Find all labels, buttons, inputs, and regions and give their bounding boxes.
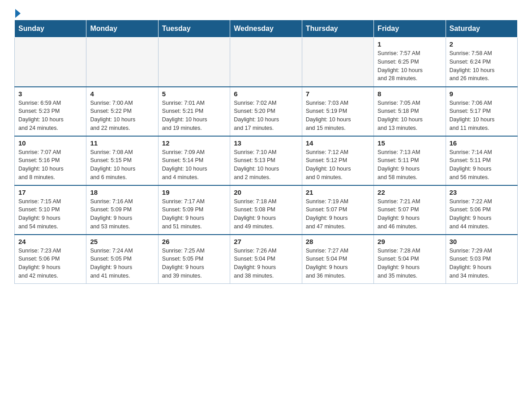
day-info: Sunrise: 7:22 AM Sunset: 5:06 PM Dayligh… xyxy=(450,197,514,231)
calendar-cell: 7Sunrise: 7:03 AM Sunset: 5:19 PM Daylig… xyxy=(302,87,373,136)
day-number: 22 xyxy=(378,188,442,196)
day-number: 8 xyxy=(378,90,442,98)
day-number: 1 xyxy=(378,40,442,48)
calendar-cell: 15Sunrise: 7:13 AM Sunset: 5:11 PM Dayli… xyxy=(374,136,446,185)
calendar-week-5: 24Sunrise: 7:23 AM Sunset: 5:06 PM Dayli… xyxy=(15,235,518,284)
calendar-cell: 13Sunrise: 7:10 AM Sunset: 5:13 PM Dayli… xyxy=(230,136,302,185)
day-number: 2 xyxy=(450,40,514,48)
day-info: Sunrise: 7:10 AM Sunset: 5:13 PM Dayligh… xyxy=(234,148,298,182)
calendar-cell: 12Sunrise: 7:09 AM Sunset: 5:14 PM Dayli… xyxy=(158,136,230,185)
day-number: 4 xyxy=(90,90,154,98)
day-info: Sunrise: 7:57 AM Sunset: 6:25 PM Dayligh… xyxy=(378,49,442,83)
calendar-cell xyxy=(230,38,302,87)
day-number: 27 xyxy=(234,238,298,245)
day-info: Sunrise: 7:25 AM Sunset: 5:05 PM Dayligh… xyxy=(162,247,226,280)
weekday-header-saturday: Saturday xyxy=(446,20,517,38)
calendar-week-3: 10Sunrise: 7:07 AM Sunset: 5:16 PM Dayli… xyxy=(15,136,518,185)
calendar-cell: 19Sunrise: 7:17 AM Sunset: 5:09 PM Dayli… xyxy=(158,185,230,235)
calendar-cell: 9Sunrise: 7:06 AM Sunset: 5:17 PM Daylig… xyxy=(446,87,517,136)
day-number: 3 xyxy=(18,90,82,98)
day-number: 14 xyxy=(306,139,370,147)
day-info: Sunrise: 7:06 AM Sunset: 5:17 PM Dayligh… xyxy=(450,99,514,133)
calendar-cell: 22Sunrise: 7:21 AM Sunset: 5:07 PM Dayli… xyxy=(374,185,446,235)
day-info: Sunrise: 7:21 AM Sunset: 5:07 PM Dayligh… xyxy=(378,197,442,231)
day-info: Sunrise: 7:16 AM Sunset: 5:09 PM Dayligh… xyxy=(90,197,154,231)
day-number: 6 xyxy=(234,90,298,98)
calendar-cell: 8Sunrise: 7:05 AM Sunset: 5:18 PM Daylig… xyxy=(374,87,446,136)
day-info: Sunrise: 7:02 AM Sunset: 5:20 PM Dayligh… xyxy=(234,99,298,133)
calendar-cell: 1Sunrise: 7:57 AM Sunset: 6:25 PM Daylig… xyxy=(374,38,446,87)
day-info: Sunrise: 7:09 AM Sunset: 5:14 PM Dayligh… xyxy=(162,148,226,182)
day-number: 15 xyxy=(378,139,442,147)
day-info: Sunrise: 7:24 AM Sunset: 5:05 PM Dayligh… xyxy=(90,247,154,280)
day-number: 20 xyxy=(234,188,298,196)
day-info: Sunrise: 7:23 AM Sunset: 5:06 PM Dayligh… xyxy=(18,247,82,280)
day-number: 12 xyxy=(162,139,226,147)
day-info: Sunrise: 7:29 AM Sunset: 5:03 PM Dayligh… xyxy=(450,247,514,280)
day-info: Sunrise: 7:26 AM Sunset: 5:04 PM Dayligh… xyxy=(234,247,298,280)
calendar-cell: 16Sunrise: 7:14 AM Sunset: 5:11 PM Dayli… xyxy=(446,136,517,185)
day-number: 28 xyxy=(306,238,370,245)
calendar-week-4: 17Sunrise: 7:15 AM Sunset: 5:10 PM Dayli… xyxy=(15,185,518,235)
weekday-header-sunday: Sunday xyxy=(15,20,86,38)
calendar-cell: 11Sunrise: 7:08 AM Sunset: 5:15 PM Dayli… xyxy=(86,136,158,185)
calendar-cell: 29Sunrise: 7:28 AM Sunset: 5:04 PM Dayli… xyxy=(374,235,446,284)
day-info: Sunrise: 7:07 AM Sunset: 5:16 PM Dayligh… xyxy=(18,148,82,182)
day-info: Sunrise: 7:13 AM Sunset: 5:11 PM Dayligh… xyxy=(378,148,442,182)
day-info: Sunrise: 7:14 AM Sunset: 5:11 PM Dayligh… xyxy=(450,148,514,182)
day-number: 9 xyxy=(450,90,514,98)
day-number: 19 xyxy=(162,188,226,196)
calendar-cell: 14Sunrise: 7:12 AM Sunset: 5:12 PM Dayli… xyxy=(302,136,373,185)
day-info: Sunrise: 7:27 AM Sunset: 5:04 PM Dayligh… xyxy=(306,247,370,280)
calendar-cell: 24Sunrise: 7:23 AM Sunset: 5:06 PM Dayli… xyxy=(15,235,86,284)
calendar-cell: 6Sunrise: 7:02 AM Sunset: 5:20 PM Daylig… xyxy=(230,87,302,136)
day-number: 7 xyxy=(306,90,370,98)
calendar-cell: 4Sunrise: 7:00 AM Sunset: 5:22 PM Daylig… xyxy=(86,87,158,136)
day-number: 25 xyxy=(90,238,154,245)
day-number: 18 xyxy=(90,188,154,196)
day-number: 30 xyxy=(450,238,514,245)
day-info: Sunrise: 7:12 AM Sunset: 5:12 PM Dayligh… xyxy=(306,148,370,182)
day-info: Sunrise: 7:17 AM Sunset: 5:09 PM Dayligh… xyxy=(162,197,226,231)
day-info: Sunrise: 7:19 AM Sunset: 5:07 PM Dayligh… xyxy=(306,197,370,231)
logo xyxy=(14,11,21,16)
day-number: 26 xyxy=(162,238,226,245)
calendar-week-1: 1Sunrise: 7:57 AM Sunset: 6:25 PM Daylig… xyxy=(15,38,518,87)
calendar-cell: 27Sunrise: 7:26 AM Sunset: 5:04 PM Dayli… xyxy=(230,235,302,284)
day-info: Sunrise: 7:18 AM Sunset: 5:08 PM Dayligh… xyxy=(234,197,298,231)
day-number: 5 xyxy=(162,90,226,98)
calendar-cell: 17Sunrise: 7:15 AM Sunset: 5:10 PM Dayli… xyxy=(15,185,86,235)
day-number: 29 xyxy=(378,238,442,245)
day-info: Sunrise: 7:15 AM Sunset: 5:10 PM Dayligh… xyxy=(18,197,82,231)
weekday-header-monday: Monday xyxy=(86,20,158,38)
weekday-header-tuesday: Tuesday xyxy=(158,20,230,38)
day-info: Sunrise: 6:59 AM Sunset: 5:23 PM Dayligh… xyxy=(18,99,82,133)
day-number: 16 xyxy=(450,139,514,147)
calendar-cell xyxy=(86,38,158,87)
calendar-cell: 28Sunrise: 7:27 AM Sunset: 5:04 PM Dayli… xyxy=(302,235,373,284)
day-number: 17 xyxy=(18,188,82,196)
day-info: Sunrise: 7:05 AM Sunset: 5:18 PM Dayligh… xyxy=(378,99,442,133)
calendar-cell: 30Sunrise: 7:29 AM Sunset: 5:03 PM Dayli… xyxy=(446,235,517,284)
day-info: Sunrise: 7:28 AM Sunset: 5:04 PM Dayligh… xyxy=(378,247,442,280)
calendar-cell xyxy=(158,38,230,87)
day-number: 23 xyxy=(450,188,514,196)
day-number: 11 xyxy=(90,139,154,147)
weekday-header-friday: Friday xyxy=(374,20,446,38)
calendar-cell: 25Sunrise: 7:24 AM Sunset: 5:05 PM Dayli… xyxy=(86,235,158,284)
calendar-cell: 2Sunrise: 7:58 AM Sunset: 6:24 PM Daylig… xyxy=(446,38,517,87)
day-info: Sunrise: 7:00 AM Sunset: 5:22 PM Dayligh… xyxy=(90,99,154,133)
calendar-cell: 18Sunrise: 7:16 AM Sunset: 5:09 PM Dayli… xyxy=(86,185,158,235)
day-number: 13 xyxy=(234,139,298,147)
day-number: 24 xyxy=(18,238,82,245)
calendar-cell: 10Sunrise: 7:07 AM Sunset: 5:16 PM Dayli… xyxy=(15,136,86,185)
weekday-header-wednesday: Wednesday xyxy=(230,20,302,38)
day-info: Sunrise: 7:08 AM Sunset: 5:15 PM Dayligh… xyxy=(90,148,154,182)
logo-arrow-icon xyxy=(15,9,21,18)
day-number: 21 xyxy=(306,188,370,196)
calendar-cell: 26Sunrise: 7:25 AM Sunset: 5:05 PM Dayli… xyxy=(158,235,230,284)
calendar-cell: 20Sunrise: 7:18 AM Sunset: 5:08 PM Dayli… xyxy=(230,185,302,235)
calendar-cell: 23Sunrise: 7:22 AM Sunset: 5:06 PM Dayli… xyxy=(446,185,517,235)
calendar-table: SundayMondayTuesdayWednesdayThursdayFrid… xyxy=(14,20,518,284)
day-info: Sunrise: 7:01 AM Sunset: 5:21 PM Dayligh… xyxy=(162,99,226,133)
